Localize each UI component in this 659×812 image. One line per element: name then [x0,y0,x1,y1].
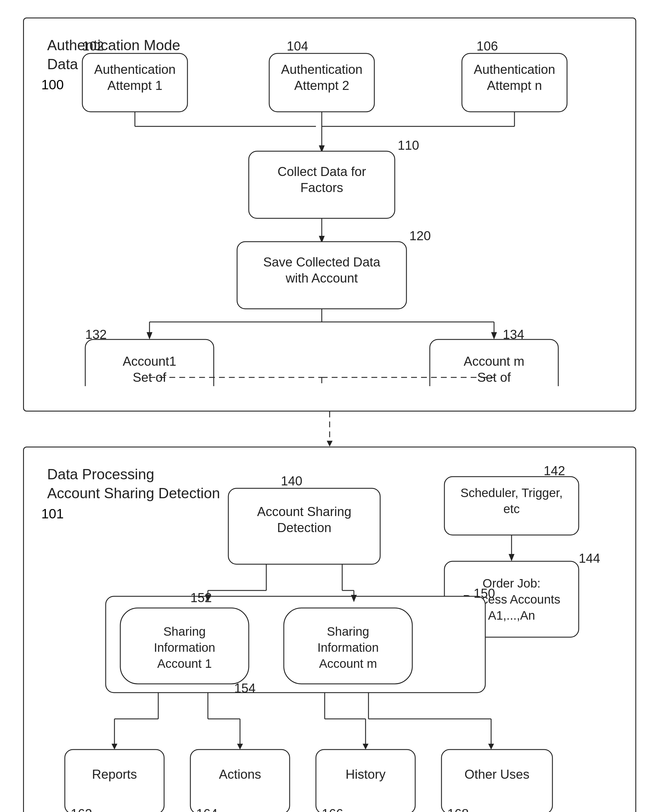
svg-text:Attempt 2: Attempt 2 [294,78,349,93]
svg-text:Reports: Reports [92,767,137,781]
top-section-box: Authentication Mode Data Collection 100 … [23,17,636,412]
svg-text:154: 154 [234,681,255,695]
svg-text:Save Collected Data: Save Collected Data [263,255,380,269]
svg-text:Attempt 1: Attempt 1 [107,78,162,93]
svg-text:142: 142 [544,465,565,478]
bottom-section-box: Data Processing Account Sharing Detectio… [23,447,636,812]
svg-text:Other Uses: Other Uses [464,767,529,781]
svg-marker-51 [327,441,333,447]
svg-text:History: History [345,767,385,781]
svg-text:Authentication: Authentication [281,62,363,77]
svg-marker-35 [491,332,497,340]
svg-text:Factors: Factors [300,180,343,195]
svg-text:162: 162 [71,806,92,812]
svg-text:134: 134 [503,327,524,341]
svg-marker-100 [363,744,369,749]
svg-text:Scheduler, Trigger,: Scheduler, Trigger, [460,486,562,500]
svg-text:102: 102 [82,39,104,53]
svg-text:Information: Information [317,640,378,655]
svg-text:104: 104 [287,39,308,53]
svg-text:140: 140 [281,474,302,488]
svg-text:with Account: with Account [285,271,358,285]
svg-text:Attempt n: Attempt n [487,78,542,93]
bottom-diagram: Account Sharing Detection 140 Scheduler,… [47,465,612,812]
top-svg: Authentication Attempt 1 102 Authenticat… [47,36,602,386]
connector-svg [52,412,607,447]
svg-text:Authentication: Authentication [474,62,555,77]
svg-text:Account Sharing: Account Sharing [257,504,351,519]
svg-text:etc: etc [503,502,519,516]
svg-text:164: 164 [196,806,218,812]
svg-text:110: 110 [398,138,419,153]
svg-marker-61 [509,554,514,561]
svg-text:168: 168 [447,806,469,812]
svg-text:144: 144 [579,551,600,565]
svg-text:Detection: Detection [277,521,331,535]
page-container: Authentication Mode Data Collection 100 … [23,17,636,812]
svg-text:Information: Information [154,640,215,655]
svg-text:Account1: Account1 [123,354,176,368]
svg-text:166: 166 [322,806,343,812]
svg-text:Account m: Account m [464,354,524,368]
svg-text:A1,...,An: A1,...,An [488,609,535,622]
svg-text:Sharing: Sharing [163,625,205,638]
svg-text:120: 120 [409,228,431,243]
svg-marker-104 [488,744,494,749]
svg-text:Sharing: Sharing [327,625,369,638]
svg-text:152: 152 [190,590,212,605]
svg-marker-96 [237,744,243,749]
svg-text:Actions: Actions [219,767,261,781]
svg-text:106: 106 [476,39,498,53]
svg-text:Account 1: Account 1 [157,657,212,670]
dashed-connector [23,412,636,447]
top-diagram: Authentication Attempt 1 102 Authenticat… [47,36,612,387]
svg-text:Authentication: Authentication [94,62,175,77]
svg-text:Collect Data for: Collect Data for [277,164,366,179]
svg-marker-32 [147,332,153,340]
svg-text:132: 132 [85,327,107,341]
svg-text:Account m: Account m [319,657,377,670]
svg-text:150: 150 [474,586,495,600]
bottom-svg: Account Sharing Detection 140 Scheduler,… [47,465,602,812]
svg-marker-92 [112,744,117,749]
